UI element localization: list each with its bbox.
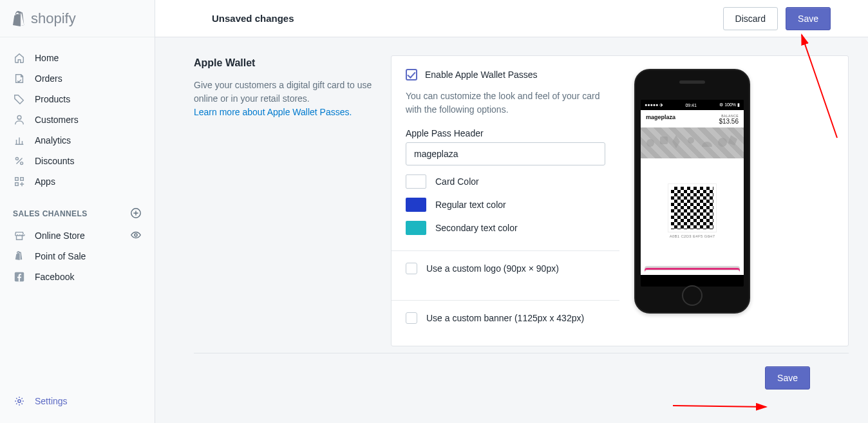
logo-checkbox-row: Use a custom logo (90px × 90px) <box>406 263 605 274</box>
regular-text-swatch[interactable] <box>406 198 426 212</box>
channel-facebook[interactable]: Facebook <box>0 267 155 287</box>
wallet-card-stack <box>645 266 740 275</box>
nav-analytics-label: Analytics <box>35 135 71 146</box>
apps-icon <box>13 175 26 188</box>
pass-header: mageplaza BALANCE $13.56 <box>641 110 744 127</box>
pass-header-name: mageplaza <box>646 114 675 120</box>
banner-checkbox[interactable] <box>406 312 417 324</box>
nav-customers[interactable]: Customers <box>0 109 155 130</box>
nav-products[interactable]: Products <box>0 89 155 109</box>
banner-label: Use a custom banner (1125px x 432px) <box>426 313 584 323</box>
brand-name: shopify <box>31 10 76 27</box>
svg-rect-11 <box>660 136 668 144</box>
sidebar-footer: Settings <box>0 384 155 423</box>
facebook-icon <box>13 270 26 283</box>
svg-point-7 <box>135 234 137 236</box>
view-store-icon[interactable] <box>130 229 143 242</box>
save-button-bottom[interactable]: Save <box>765 366 810 390</box>
secondary-text-swatch[interactable] <box>406 221 426 235</box>
nav-customers-label: Customers <box>35 115 79 125</box>
store-icon <box>13 229 26 242</box>
divider-2 <box>392 300 619 301</box>
svg-point-10 <box>646 139 654 147</box>
pass-banner <box>641 127 744 158</box>
svg-point-2 <box>21 162 23 165</box>
unsaved-changes-title: Unsaved changes <box>212 13 294 24</box>
tag-icon <box>13 93 26 106</box>
content: Apple Wallet Give your customers a digit… <box>155 37 868 422</box>
nav-products-label: Products <box>35 94 70 104</box>
secondary-color-row: Secondary text color <box>406 221 605 235</box>
card-color-row: Card Color <box>406 174 605 189</box>
main-area: Apple Wallet Give your customers a digit… <box>155 37 868 423</box>
discard-button[interactable]: Discard <box>723 7 778 30</box>
channel-online-store-label: Online Store <box>35 230 85 241</box>
settings-card: Enable Apple Wallet Passes You can custo… <box>391 55 849 346</box>
shopify-logo[interactable]: shopify <box>13 10 76 27</box>
phone-statusbar: ●●●●● ⬗ 09:41 ⚙ 100% ▮ <box>641 100 744 110</box>
learn-more-link[interactable]: Learn more about Apple Wallet Passes. <box>194 107 352 117</box>
channel-pos[interactable]: Point of Sale <box>0 246 155 267</box>
status-right: ⚙ 100% ▮ <box>719 102 740 108</box>
customize-help: You can customize the look and feel of y… <box>406 89 605 117</box>
qr-area: A0B1 C2D3 E4F5 G6H7 <box>641 158 744 238</box>
logo-area: shopify <box>0 0 155 37</box>
channel-online-store[interactable]: Online Store <box>0 225 155 246</box>
channels-title: SALES CHANNELS <box>13 209 88 218</box>
card-color-label: Card Color <box>435 176 479 187</box>
svg-point-9 <box>18 400 21 402</box>
nav-discounts[interactable]: Discounts <box>0 151 155 171</box>
nav-home[interactable]: Home <box>0 48 155 68</box>
regular-color-label: Regular text color <box>435 200 506 210</box>
topbar-actions: Discard Save <box>723 7 850 30</box>
secondary-color-label: Secondary text color <box>435 223 518 233</box>
add-channel-icon[interactable] <box>130 207 143 220</box>
section-desc-text: Give your customers a digital gift card … <box>194 79 374 106</box>
svg-rect-5 <box>15 183 19 186</box>
phone-frame: ●●●●● ⬗ 09:41 ⚙ 100% ▮ mageplaza BALANCE… <box>634 69 750 314</box>
status-left: ●●●●● ⬗ <box>645 102 663 108</box>
discount-icon <box>13 155 26 167</box>
primary-nav: Home Orders Products Customers Analytics <box>0 37 155 384</box>
apple-wallet-section: Apple Wallet Give your customers a digit… <box>194 37 849 346</box>
regular-color-row: Regular text color <box>406 198 605 212</box>
svg-rect-4 <box>21 178 24 181</box>
nav-settings[interactable]: Settings <box>0 391 155 411</box>
section-description: Apple Wallet Give your customers a digit… <box>194 55 374 346</box>
topbar: Unsaved changes Discard Save <box>155 0 868 37</box>
nav-home-label: Home <box>35 53 59 63</box>
sidebar: shopify Home Orders Products Customer <box>0 0 155 423</box>
qr-code-text: A0B1 C2D3 E4F5 G6H7 <box>641 234 744 238</box>
channels-header: SALES CHANNELS <box>0 192 155 225</box>
enable-checkbox[interactable] <box>406 69 417 80</box>
home-icon <box>13 52 26 64</box>
svg-point-1 <box>15 157 18 160</box>
svg-rect-13 <box>718 138 727 147</box>
save-button-top[interactable]: Save <box>786 7 831 30</box>
gear-icon <box>13 395 26 408</box>
person-icon <box>13 113 26 126</box>
header-input[interactable] <box>406 142 605 165</box>
channel-pos-label: Point of Sale <box>35 251 86 261</box>
pass-balance-value: $13.56 <box>719 118 739 125</box>
nav-apps[interactable]: Apps <box>0 171 155 192</box>
banner-checkbox-row: Use a custom banner (1125px x 432px) <box>406 312 605 324</box>
enable-label: Enable Apple Wallet Passes <box>425 70 538 80</box>
shopify-bag-icon <box>13 11 27 26</box>
svg-point-0 <box>17 116 21 120</box>
phone-preview: ●●●●● ⬗ 09:41 ⚙ 100% ▮ mageplaza BALANCE… <box>631 69 753 324</box>
logo-checkbox[interactable] <box>406 263 417 274</box>
header-field-label: Apple Pass Header <box>406 128 605 138</box>
pass-card: mageplaza BALANCE $13.56 <box>641 110 744 275</box>
banner-pattern-icon <box>641 127 744 158</box>
nav-settings-label: Settings <box>35 396 68 406</box>
nav-analytics[interactable]: Analytics <box>0 130 155 151</box>
analytics-icon <box>13 134 26 147</box>
card-color-swatch[interactable] <box>406 174 426 189</box>
channel-facebook-label: Facebook <box>35 272 74 282</box>
card-form: Enable Apple Wallet Passes You can custo… <box>406 69 605 324</box>
orders-icon <box>13 72 26 85</box>
status-time: 09:41 <box>685 103 697 108</box>
nav-orders[interactable]: Orders <box>0 68 155 89</box>
logo-label: Use a custom logo (90px × 90px) <box>426 263 559 274</box>
